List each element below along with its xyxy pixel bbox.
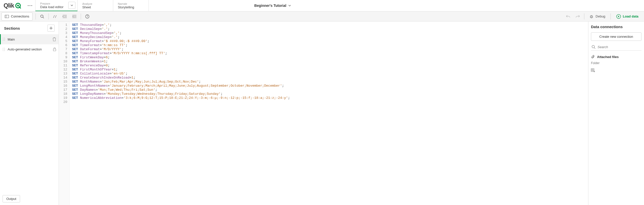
section-item[interactable]: Auto-generated section <box>0 44 59 54</box>
paperclip-icon <box>591 55 595 59</box>
line-number: 19 <box>59 96 69 100</box>
svg-text:?: ? <box>87 15 88 18</box>
nav-tab-narrate[interactable]: Narrate Storytelling <box>113 0 148 11</box>
comment-button[interactable]: // <box>50 12 60 21</box>
nav-tab-prepare[interactable]: Prepare Data load editor <box>35 0 77 11</box>
connections-label: Connections <box>11 14 29 18</box>
nav-tab-analyze[interactable]: Analyze Sheet <box>77 0 113 11</box>
top-bar: Qlik Prepare Data load editor Analyze Sh… <box>0 0 644 11</box>
drag-handle-icon <box>3 48 5 51</box>
separator <box>81 13 81 20</box>
code-editor[interactable]: 1234567891011121314151617181920 SET Thou… <box>59 22 588 205</box>
sections-panel: Sections MainAuto-generated section <box>0 22 59 205</box>
load-data-label: Load data <box>623 14 638 18</box>
indent-button[interactable] <box>60 12 70 21</box>
redo-button[interactable] <box>573 12 583 21</box>
folder-label: Folder <box>591 61 641 65</box>
load-data-button[interactable]: Load data <box>612 14 642 19</box>
logo-text: Qlik <box>4 2 14 9</box>
add-section-button[interactable] <box>47 25 55 32</box>
trash-icon[interactable] <box>53 37 56 41</box>
svg-point-36 <box>3 48 3 48</box>
logo-mark-icon <box>15 3 21 9</box>
data-connections-panel: Data connections Create new connection A… <box>588 22 644 205</box>
nav-caret-prepare[interactable] <box>68 2 75 9</box>
line-number: 12 <box>59 68 69 72</box>
comment-icon: // <box>53 15 57 18</box>
line-number: 2 <box>59 27 69 31</box>
svg-point-39 <box>4 49 5 50</box>
svg-point-4 <box>30 5 30 6</box>
connections-toggle[interactable]: Connections <box>2 12 32 21</box>
svg-rect-6 <box>5 15 9 18</box>
code-line: SET FirstWeekDay=6; <box>72 55 586 60</box>
connection-search-input[interactable] <box>598 45 641 49</box>
section-name: Auto-generated section <box>8 47 42 51</box>
svg-point-3 <box>28 5 29 6</box>
attached-files-header: Attached files <box>591 55 641 59</box>
line-number: 8 <box>59 51 69 55</box>
line-number: 9 <box>59 55 69 60</box>
separator <box>36 13 36 20</box>
app-title[interactable]: Beginner's Tutorial <box>149 4 396 8</box>
svg-point-34 <box>3 40 3 41</box>
select-data-button[interactable] <box>591 68 641 72</box>
svg-point-32 <box>3 39 3 40</box>
line-number: 18 <box>59 92 69 96</box>
connection-search[interactable] <box>591 43 641 51</box>
debug-label: Debug <box>596 14 605 18</box>
create-connection-button[interactable]: Create new connection <box>591 32 641 41</box>
line-number: 4 <box>59 35 69 39</box>
plus-icon <box>49 27 53 30</box>
code-line <box>72 100 586 104</box>
svg-point-8 <box>41 15 43 17</box>
svg-point-30 <box>3 38 3 38</box>
svg-point-43 <box>592 45 595 48</box>
search-button[interactable] <box>37 12 47 21</box>
dots-horizontal-icon <box>28 5 32 6</box>
svg-rect-42 <box>53 49 56 51</box>
code-line: SET LongDayNames='Monday;Tuesday;Wednesd… <box>72 92 586 96</box>
line-number: 3 <box>59 31 69 35</box>
nav-sub: Narrate <box>118 2 144 5</box>
code-line: SET LongMonthNames='January;February;Mar… <box>72 84 586 88</box>
code-line: SET TimeFormat='h:mm:ss TT'; <box>72 43 586 47</box>
section-name: Main <box>8 38 15 41</box>
output-button[interactable]: Output <box>3 195 20 202</box>
line-number: 1 <box>59 23 69 27</box>
sections-header: Sections <box>0 22 59 34</box>
redo-icon <box>576 15 580 18</box>
search-icon <box>591 45 596 49</box>
nav-main: Data load editor <box>40 5 63 9</box>
code-line: SET CollationLocale='en-US'; <box>72 72 586 76</box>
code-line: SET TimestampFormat='M/D/YYYY h:mm:ss[.f… <box>72 51 586 55</box>
code-line: SET CreateSearchIndexOnReload=1; <box>72 76 586 80</box>
svg-rect-45 <box>591 69 594 72</box>
line-number: 10 <box>59 60 69 64</box>
code-line: SET MoneyThousandSep=','; <box>72 31 586 35</box>
code-content[interactable]: SET ThousandSep=',';SET DecimalSep='.';S… <box>70 22 588 205</box>
debug-button[interactable]: Debug <box>586 14 609 18</box>
undo-button[interactable] <box>563 12 573 21</box>
line-number: 15 <box>59 80 69 84</box>
panel-icon <box>5 15 9 18</box>
separator <box>48 13 49 20</box>
svg-point-35 <box>4 40 5 41</box>
help-button[interactable]: ? <box>82 12 92 21</box>
svg-point-40 <box>3 50 3 51</box>
attached-files-label: Attached files <box>597 55 619 59</box>
code-line: SET MonthNames='Jan;Feb;Mar;Apr;May;Jun;… <box>72 80 586 84</box>
select-data-icon <box>591 68 596 72</box>
app-title-text: Beginner's Tutorial <box>254 4 286 8</box>
more-button[interactable] <box>25 0 35 11</box>
code-line: SET MoneyDecimalSep='.'; <box>72 35 586 39</box>
section-item[interactable]: Main <box>0 34 59 44</box>
line-number: 17 <box>59 88 69 92</box>
svg-point-31 <box>4 38 5 38</box>
outdent-button[interactable] <box>70 12 79 21</box>
toolbar-right: Debug Load data <box>563 12 642 21</box>
toolbar: Connections // ? Debug Load data <box>0 11 644 22</box>
sections-list: MainAuto-generated section <box>0 34 59 54</box>
logo: Qlik <box>0 2 25 9</box>
line-number: 5 <box>59 39 69 43</box>
